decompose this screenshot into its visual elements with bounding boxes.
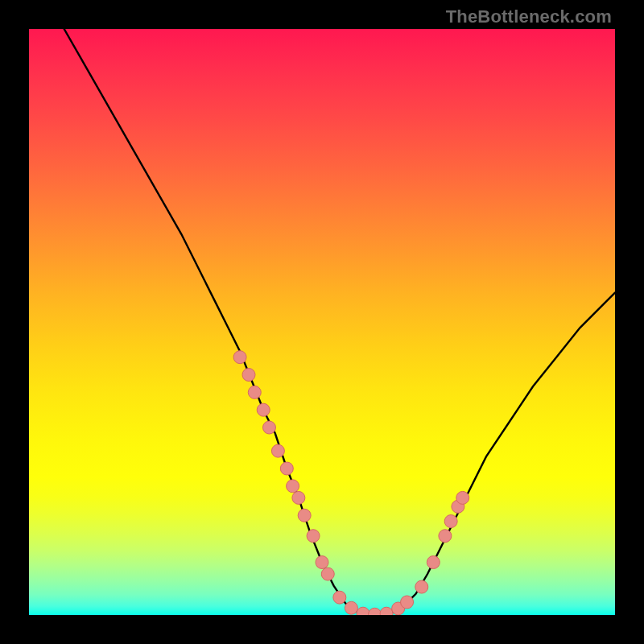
highlight-dot xyxy=(287,480,299,493)
highlight-dot xyxy=(262,421,275,434)
highlight-dot xyxy=(321,568,334,580)
highlight-dot xyxy=(307,530,320,543)
chart-svg xyxy=(29,29,615,615)
highlight-dot xyxy=(280,462,293,475)
highlight-dot xyxy=(345,601,357,614)
highlight-dot xyxy=(415,580,428,593)
highlight-dot xyxy=(316,555,328,568)
highlight-dot xyxy=(292,491,305,504)
highlight-dot xyxy=(380,607,393,615)
main-curve xyxy=(64,29,615,614)
highlight-dot xyxy=(271,444,284,457)
highlight-dot xyxy=(427,555,440,568)
highlight-dot xyxy=(456,491,469,504)
highlight-dot xyxy=(248,386,261,398)
plot-area xyxy=(29,29,615,615)
highlight-dot xyxy=(444,515,457,528)
highlight-dot xyxy=(242,369,255,382)
highlight-dot xyxy=(298,509,311,522)
watermark-text: TheBottleneck.com xyxy=(446,6,612,27)
chart-container: TheBottleneck.com xyxy=(0,0,644,644)
highlight-dot xyxy=(369,608,382,615)
highlight-dot xyxy=(357,607,369,615)
highlight-dot xyxy=(401,596,414,609)
highlight-dot xyxy=(233,351,246,364)
highlight-dot xyxy=(257,403,270,416)
highlight-dots-group xyxy=(233,351,469,615)
highlight-dot xyxy=(333,591,346,604)
highlight-dot xyxy=(439,530,452,543)
